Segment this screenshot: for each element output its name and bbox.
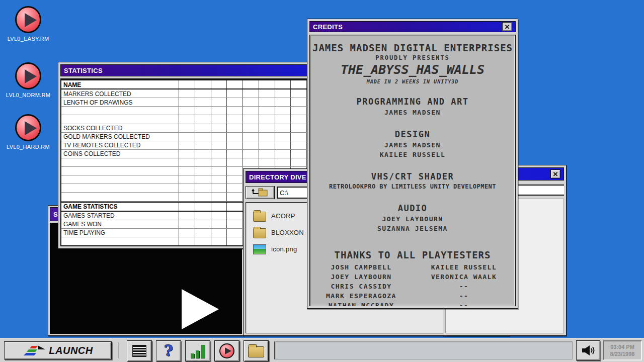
credits-line: JAMES MADSEN	[310, 141, 515, 149]
stat-label: NAME	[61, 80, 179, 88]
stat-label: GAMES STARTED	[61, 212, 179, 220]
credits-titlebar[interactable]: CREDITS ✕	[309, 21, 516, 32]
playtester-left: MARK ESPERAGOZA	[310, 292, 413, 300]
stat-label: COINS COLLECTED	[61, 150, 179, 158]
playtester-right: --	[413, 302, 515, 306]
credits-line: THANKS TO ALL PLAYTESTERS	[310, 249, 515, 260]
table-row: COINS COLLECTED	[61, 150, 307, 158]
table-row	[61, 115, 307, 124]
directory-title: DIRECTORY DIVE	[249, 173, 306, 181]
clock-panel: 03:04 PM 8/23/1998	[603, 340, 642, 360]
stat-label	[61, 237, 179, 245]
stat-label: LENGTH OF DRAWINGS	[61, 98, 179, 106]
stat-label	[61, 107, 179, 115]
table-row: SOCKS COLLECTED	[61, 124, 307, 133]
playtester-row: CHRIS CASSIDY --	[310, 283, 515, 290]
list-icon	[132, 345, 146, 357]
file-type-icon	[253, 244, 266, 254]
taskbar-tray	[274, 341, 573, 359]
statistics-title: STATISTICS	[64, 67, 103, 74]
playtester-left: JOSH CAMPBELL	[310, 263, 413, 271]
playtester-left: JOEY LAYBOURN	[310, 273, 413, 281]
stat-label: GAMES WON	[61, 220, 179, 228]
stat-label: TIME PLAYING	[61, 229, 179, 237]
credits-line: VHS/CRT SHADER	[310, 171, 515, 182]
folder-icon	[248, 346, 264, 357]
desktop: LVL0_EASY.RM LVL0_NORM.RM LVL0_HARD.RM S…	[0, 0, 644, 362]
credits-line: PROGRAMMING AND ART	[310, 97, 515, 107]
launch-label: LAUNCH	[49, 345, 93, 356]
stat-label	[61, 184, 179, 192]
up-directory-button[interactable]	[246, 186, 275, 199]
credits-line: MADE IN 2 WEEKS IN UNITY3D	[310, 79, 515, 84]
credits-line: THE_ABYSS_HAS_WALLS	[310, 62, 515, 77]
file-type-icon	[253, 228, 266, 238]
play-circle-icon	[15, 6, 41, 33]
stat-label	[61, 193, 179, 201]
file-name: icon.png	[271, 245, 297, 253]
credits-line: AUDIO	[310, 203, 515, 213]
play-icon	[219, 343, 234, 358]
clock-time: 03:04 PM	[610, 343, 634, 350]
stat-label: GOLD MARKERS COLLECTED	[61, 133, 179, 141]
playtester-left: CHRIS CASSIDY	[310, 283, 413, 290]
credits-content: JAMES MADSEN DIGITAL ENTERPRISES PROUDLY…	[309, 35, 516, 306]
bar-chart-button[interactable]	[185, 340, 210, 361]
file-name: ACORP	[271, 212, 295, 220]
close-icon[interactable]: ✕	[550, 169, 560, 178]
stat-label: TV REMOTES COLLECTED	[61, 141, 179, 149]
playtester-row: MARK ESPERAGOZA --	[310, 292, 515, 300]
launch-logo-icon	[23, 344, 46, 356]
playtester-right: VERONICA WAALK	[413, 273, 515, 281]
desktop-icon-label: LVL0_HARD.RM	[2, 144, 54, 150]
credits-line: KAILEE RUSSELL	[310, 151, 515, 158]
playtester-right: --	[413, 283, 515, 290]
table-row: MARKERS COLLECTED	[61, 89, 307, 98]
playtester-right: --	[413, 292, 515, 300]
play-circle-icon	[15, 62, 41, 89]
credits-line: RETROLOOKPRO BY LIMITLESS UNITY DEVELOPM…	[310, 183, 515, 190]
desktop-icon-label: LVL0_NORM.RM	[2, 92, 54, 98]
play-circle-icon	[15, 114, 41, 141]
credits-line: PROUDLY PRESENTS	[310, 54, 515, 61]
desktop-icon-label: LVL0_EASY.RM	[2, 36, 54, 42]
up-folder-icon	[252, 188, 269, 198]
credits-line: SUZANNA JELSEMA	[310, 225, 515, 232]
stat-label: MARKERS COLLECTED	[61, 89, 179, 98]
stat-label: SOCKS COLLECTED	[61, 124, 179, 132]
playtester-row: NATHAN MCCRADY --	[310, 302, 515, 306]
table-row: TV REMOTES COLLECTED	[61, 141, 307, 150]
desktop-play-icon[interactable]: LVL0_EASY.RM	[2, 6, 54, 42]
table-row	[61, 158, 307, 167]
bar-chart-icon	[190, 344, 205, 358]
stat-label	[61, 115, 179, 123]
playtester-left: NATHAN MCCRADY	[310, 302, 413, 306]
desktop-play-icon[interactable]: LVL0_NORM.RM	[2, 62, 54, 98]
list-button[interactable]	[127, 340, 152, 361]
clock-date: 8/23/1998	[610, 350, 635, 357]
launch-button[interactable]: LAUNCH	[4, 341, 112, 359]
close-icon[interactable]: ✕	[502, 22, 512, 31]
playtester-row: JOEY LAYBOURN VERONICA WAALK	[310, 273, 515, 281]
stat-label	[61, 175, 179, 184]
folder-button[interactable]	[244, 340, 269, 361]
file-name: BLOXXON	[271, 229, 304, 236]
play-overlay-icon[interactable]	[182, 289, 219, 329]
playtesters-list: JOSH CAMPBELL KAILEE RUSSELL JOEY LAYBOU…	[310, 263, 515, 306]
volume-button[interactable]	[576, 340, 600, 360]
play-button[interactable]	[214, 340, 239, 361]
credits-line: JOEY LAYBOURN	[310, 215, 515, 223]
table-row: GOLD MARKERS COLLECTED	[61, 133, 307, 141]
help-icon: ?	[164, 343, 173, 358]
speaker-icon	[581, 344, 595, 356]
credits-window: CREDITS ✕ JAMES MADSEN DIGITAL ENTERPRIS…	[307, 19, 518, 309]
credits-line: DESIGN	[310, 129, 515, 139]
desktop-play-icon[interactable]: LVL0_HARD.RM	[2, 114, 54, 150]
taskbar-separator	[118, 342, 119, 358]
table-row: NAME	[61, 79, 307, 89]
taskbar: LAUNCH ? 03:04 PM 8/23/1998	[0, 338, 644, 362]
table-row	[61, 107, 307, 115]
help-button[interactable]: ?	[156, 340, 181, 361]
credits-line: JAMES MADSEN DIGITAL ENTERPRISES	[310, 42, 515, 53]
statistics-titlebar[interactable]: STATISTICS	[60, 64, 308, 76]
